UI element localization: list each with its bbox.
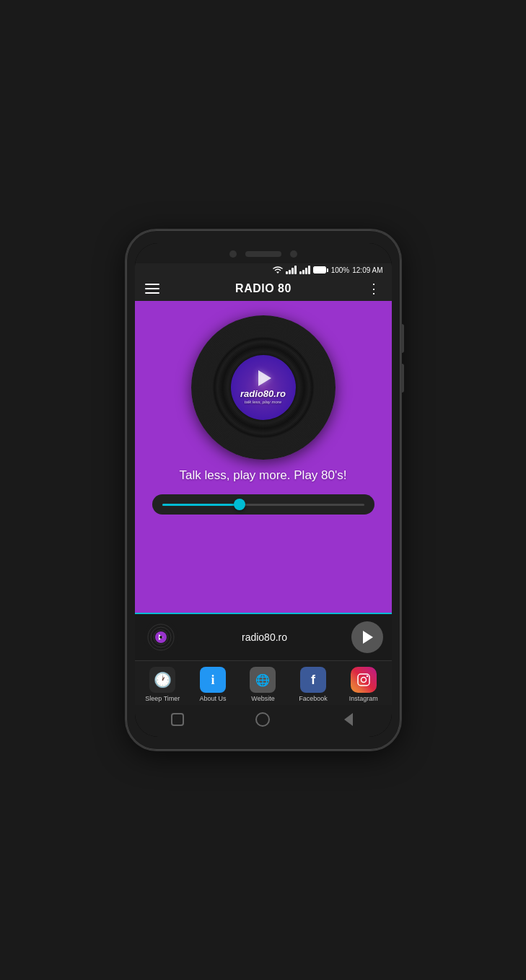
signal-bar-4 (294, 266, 297, 274)
instagram-label: Instagram (349, 695, 378, 702)
phone-screen: 100% 12:09 AM RADIO 80 ⋮ (135, 243, 392, 737)
back-icon (344, 713, 353, 726)
signal-bars-2 (299, 266, 310, 274)
nav-item-sleep-timer[interactable]: 🕐 Sleep Timer (138, 667, 188, 702)
vinyl-label: radio80.ro talk less, play more (231, 355, 296, 420)
back-button[interactable] (169, 711, 186, 728)
hamburger-line-3 (145, 292, 159, 294)
svg-marker-0 (276, 272, 279, 274)
mini-vinyl-icon (144, 620, 178, 655)
logo-tagline-text: talk less, play more (240, 400, 286, 405)
website-label: Website (251, 695, 274, 702)
home-icon (255, 712, 270, 727)
station-slogan: Talk less, play more. Play 80's! (180, 468, 347, 483)
battery-tip (327, 268, 328, 272)
app-title: RADIO 80 (235, 282, 292, 295)
more-button[interactable]: ⋮ (367, 282, 381, 295)
album-art (144, 620, 178, 655)
signal-bar-2 (289, 270, 291, 274)
svg-point-7 (159, 636, 162, 639)
bottom-nav: 🕐 Sleep Timer i About Us 🌐 Website f Fac… (135, 660, 392, 705)
vinyl-logo: radio80.ro talk less, play more (191, 315, 336, 460)
play-triangle-icon (258, 370, 271, 386)
battery (313, 266, 328, 274)
recents-button[interactable] (340, 711, 357, 728)
sleep-timer-icon: 🕐 (149, 667, 175, 693)
status-icons: 100% 12:09 AM (273, 266, 383, 274)
play-button[interactable] (351, 621, 383, 653)
website-icon: 🌐 (250, 667, 276, 693)
nav-item-instagram[interactable]: Instagram (338, 667, 389, 702)
speaker-dot (229, 250, 237, 258)
signal-bar2-3 (305, 268, 307, 274)
svg-point-9 (361, 678, 366, 683)
signal-bars (286, 266, 297, 274)
svg-point-10 (366, 675, 367, 677)
nav-item-about-us[interactable]: i About Us (188, 667, 238, 702)
volume-slider-track[interactable] (152, 494, 374, 515)
battery-percent: 100% (331, 266, 350, 274)
sleep-timer-label: Sleep Timer (145, 695, 180, 702)
about-us-label: About Us (199, 695, 226, 702)
now-playing-bar: radio80.ro (135, 613, 392, 660)
logo-main-text: radio80.ro (240, 389, 286, 399)
station-name-label: radio80.ro (185, 631, 344, 643)
about-us-icon: i (200, 667, 226, 693)
battery-body (313, 266, 326, 274)
signal-bar-1 (286, 271, 288, 274)
nav-item-website[interactable]: 🌐 Website (238, 667, 289, 702)
vinyl-record: radio80.ro talk less, play more (191, 315, 336, 460)
nav-item-facebook[interactable]: f Facebook (288, 667, 338, 702)
signal-bar-3 (292, 268, 294, 274)
logo-text-container: radio80.ro talk less, play more (240, 389, 286, 404)
signal-bar2-2 (302, 270, 304, 274)
slider-fill (162, 504, 240, 506)
bottom-bezel (135, 705, 392, 737)
home-button[interactable] (254, 711, 271, 728)
slider-thumb[interactable] (234, 499, 245, 510)
facebook-label: Facebook (299, 695, 328, 702)
hamburger-line-2 (145, 288, 159, 289)
menu-button[interactable] (145, 284, 159, 294)
hamburger-line-1 (145, 284, 159, 285)
instagram-svg (356, 673, 371, 687)
signal-bar2-4 (308, 266, 310, 274)
battery-fill (314, 267, 325, 273)
recents-icon (171, 713, 184, 726)
phone-frame: 100% 12:09 AM RADIO 80 ⋮ (126, 230, 400, 750)
top-bezel (135, 243, 392, 263)
signal-bar2-1 (299, 271, 302, 274)
app-bar: RADIO 80 ⋮ (135, 276, 392, 301)
volume-slider-container (146, 494, 380, 515)
facebook-icon: f (300, 667, 326, 693)
status-bar: 100% 12:09 AM (135, 263, 392, 276)
main-content: radio80.ro talk less, play more Talk les… (135, 301, 392, 613)
speaker-bar (245, 251, 281, 257)
instagram-icon (351, 667, 377, 693)
front-camera (290, 250, 297, 258)
clock: 12:09 AM (352, 266, 382, 274)
wifi-icon (273, 266, 283, 274)
play-button-icon (363, 631, 373, 644)
